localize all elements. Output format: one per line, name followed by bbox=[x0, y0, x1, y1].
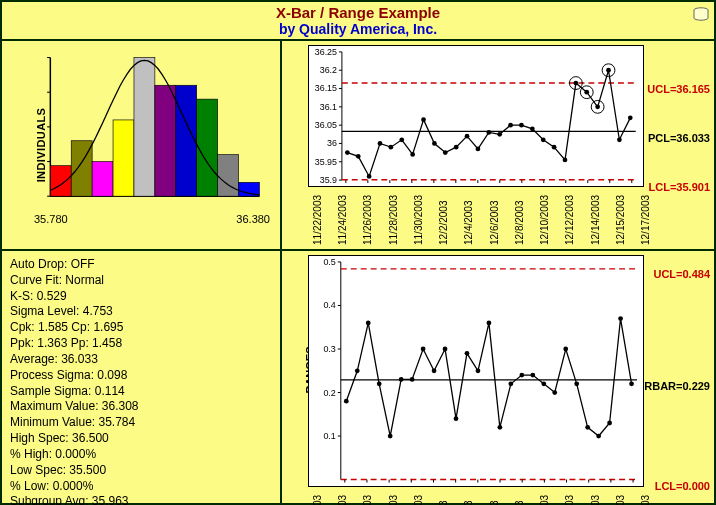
stat-line: Sigma Level: 4.753 bbox=[10, 304, 272, 320]
svg-point-114 bbox=[530, 373, 535, 378]
x-tick-label: 12/14/2003 bbox=[590, 195, 592, 245]
svg-point-60 bbox=[584, 90, 589, 95]
x-tick-label: 12/8/2003 bbox=[514, 201, 516, 246]
x-tick-label: 12/8/2003 bbox=[514, 500, 516, 505]
x-tick-label: 12/6/2003 bbox=[489, 500, 491, 505]
ranges-rbar-label: RBAR=0.229 bbox=[644, 380, 710, 392]
svg-point-100 bbox=[377, 381, 382, 386]
svg-point-40 bbox=[367, 174, 372, 179]
stat-line: Process Sigma: 0.098 bbox=[10, 368, 272, 384]
svg-text:0.1: 0.1 bbox=[323, 431, 335, 441]
svg-point-51 bbox=[486, 130, 491, 135]
svg-point-101 bbox=[388, 434, 393, 439]
svg-point-111 bbox=[498, 425, 503, 430]
stats-panel: Auto Drop: OFFCurve Fit: NormalK-S: 0.52… bbox=[2, 251, 282, 505]
svg-point-41 bbox=[378, 141, 383, 146]
averages-ucl-label: UCL=36.165 bbox=[647, 83, 710, 95]
svg-text:0.5: 0.5 bbox=[323, 257, 335, 267]
svg-point-119 bbox=[585, 425, 590, 430]
x-tick-label: 12/14/2003 bbox=[590, 494, 592, 505]
svg-point-52 bbox=[497, 132, 502, 137]
averages-panel: AVERAGES 35.935.953636.0536.136.1536.236… bbox=[282, 41, 714, 251]
stat-line: High Spec: 36.500 bbox=[10, 431, 272, 447]
svg-rect-11 bbox=[113, 120, 134, 196]
x-tick-label: 12/15/2003 bbox=[615, 195, 617, 245]
stat-line: Average: 36.033 bbox=[10, 352, 272, 368]
svg-point-59 bbox=[574, 81, 579, 86]
svg-point-46 bbox=[432, 141, 437, 146]
x-tick-label: 11/28/2003 bbox=[388, 195, 390, 245]
body-grid: INDIVIDUALS 35.780 36.380 AVERAGES 35.93… bbox=[2, 41, 714, 505]
x-tick-label: 11/30/2003 bbox=[413, 195, 415, 245]
x-tick-label: 11/22/2003 bbox=[312, 195, 314, 245]
averages-lcl-label: LCL=35.901 bbox=[649, 181, 710, 193]
svg-text:0.4: 0.4 bbox=[323, 300, 335, 310]
svg-rect-12 bbox=[134, 58, 155, 197]
stat-line: K-S: 0.529 bbox=[10, 289, 272, 305]
svg-point-43 bbox=[399, 137, 404, 142]
stat-line: Curve Fit: Normal bbox=[10, 273, 272, 289]
x-tick-label: 12/4/2003 bbox=[463, 201, 465, 246]
stat-line: % Low: 0.000% bbox=[10, 479, 272, 495]
svg-point-121 bbox=[607, 421, 612, 426]
svg-point-50 bbox=[476, 147, 481, 152]
svg-point-112 bbox=[508, 381, 513, 386]
svg-point-53 bbox=[508, 123, 513, 128]
svg-point-99 bbox=[366, 321, 371, 326]
x-tick-label: 12/17/2003 bbox=[640, 494, 642, 505]
cylinder-icon[interactable] bbox=[692, 6, 710, 24]
stat-line: Low Spec: 35.500 bbox=[10, 463, 272, 479]
svg-point-42 bbox=[389, 145, 394, 150]
svg-point-107 bbox=[454, 416, 459, 421]
svg-point-122 bbox=[618, 316, 623, 321]
subtitle: by Quality America, Inc. bbox=[2, 21, 714, 37]
svg-text:35.95: 35.95 bbox=[315, 157, 337, 167]
svg-text:36.25: 36.25 bbox=[315, 47, 337, 57]
stat-line: % High: 0.000% bbox=[10, 447, 272, 463]
ranges-lcl-label: LCL=0.000 bbox=[655, 480, 710, 492]
svg-point-45 bbox=[421, 117, 426, 122]
svg-point-108 bbox=[465, 351, 470, 356]
averages-pcl-label: PCL=36.033 bbox=[648, 132, 710, 144]
svg-text:36.15: 36.15 bbox=[315, 83, 337, 93]
svg-rect-10 bbox=[92, 162, 113, 197]
svg-point-62 bbox=[606, 68, 611, 73]
x-tick-label: 11/26/2003 bbox=[362, 195, 364, 245]
svg-rect-16 bbox=[218, 155, 239, 197]
svg-point-63 bbox=[617, 137, 622, 142]
x-tick-label: 12/17/2003 bbox=[640, 195, 642, 245]
x-tick-label: 11/26/2003 bbox=[362, 494, 364, 505]
header: X-Bar / Range Example by Quality America… bbox=[2, 2, 714, 41]
x-tick-label: 11/30/2003 bbox=[413, 494, 415, 505]
svg-point-98 bbox=[355, 368, 360, 373]
svg-point-106 bbox=[443, 347, 448, 352]
svg-text:36.2: 36.2 bbox=[320, 65, 337, 75]
stat-line: Subgroup Avg: 35.963 bbox=[10, 494, 272, 505]
ranges-ucl-label: UCL=0.484 bbox=[653, 268, 710, 280]
svg-point-116 bbox=[552, 390, 557, 395]
svg-point-64 bbox=[628, 115, 633, 120]
svg-point-55 bbox=[530, 126, 535, 131]
x-tick-label: 12/12/2003 bbox=[564, 195, 566, 245]
svg-point-118 bbox=[574, 381, 579, 386]
stat-line: Minimum Value: 35.784 bbox=[10, 415, 272, 431]
svg-point-120 bbox=[596, 434, 601, 439]
svg-text:35.9: 35.9 bbox=[320, 175, 337, 185]
hist-xmax: 36.380 bbox=[236, 213, 270, 225]
svg-point-47 bbox=[443, 150, 448, 155]
x-tick-label: 12/10/2003 bbox=[539, 494, 541, 505]
svg-point-109 bbox=[476, 368, 481, 373]
svg-text:36: 36 bbox=[327, 138, 337, 148]
x-tick-label: 11/24/2003 bbox=[337, 195, 339, 245]
app-window: X-Bar / Range Example by Quality America… bbox=[0, 0, 716, 505]
svg-point-49 bbox=[465, 134, 470, 139]
averages-chart: 35.935.953636.0536.136.1536.236.25 bbox=[308, 45, 644, 187]
svg-rect-13 bbox=[155, 85, 176, 196]
histogram-panel: INDIVIDUALS 35.780 36.380 bbox=[2, 41, 282, 251]
x-tick-label: 12/10/2003 bbox=[539, 195, 541, 245]
svg-point-103 bbox=[410, 377, 415, 382]
svg-rect-14 bbox=[176, 85, 197, 196]
svg-point-54 bbox=[519, 123, 524, 128]
stat-line: Ppk: 1.363 Pp: 1.458 bbox=[10, 336, 272, 352]
stat-line: Auto Drop: OFF bbox=[10, 257, 272, 273]
